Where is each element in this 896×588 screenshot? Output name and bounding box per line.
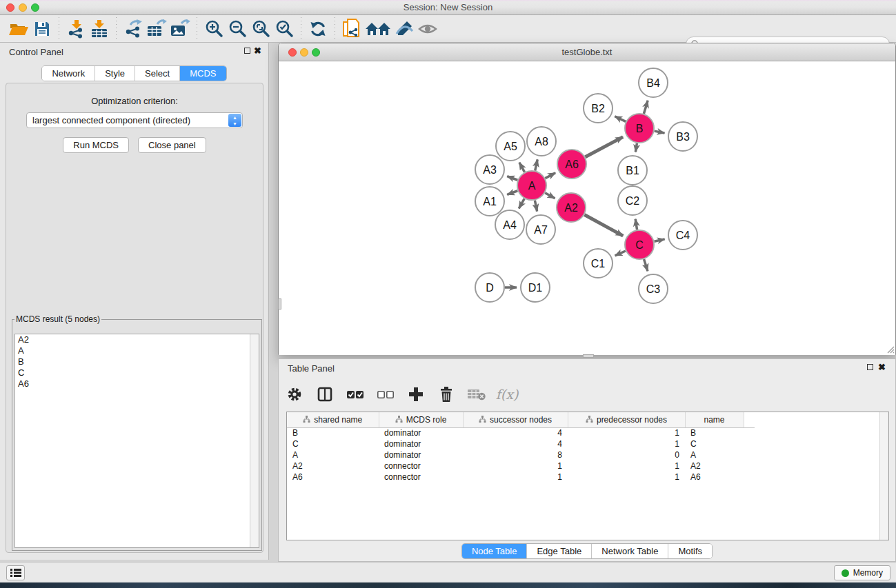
hide-graphics-details-button[interactable] [392, 18, 416, 40]
graph-edge-A-A1[interactable] [507, 191, 517, 195]
graph-edge-C-C3[interactable] [644, 259, 648, 271]
graph-edge-A-A6[interactable] [545, 173, 555, 179]
column-header-MCDS-role[interactable]: MCDS role [379, 412, 463, 427]
table-cell[interactable]: C [287, 438, 379, 449]
table-cell[interactable]: dominator [379, 438, 463, 449]
table-cell[interactable]: A6 [685, 472, 744, 483]
memory-button[interactable]: Memory [834, 565, 890, 580]
graph-edge-A6-B[interactable] [585, 137, 623, 157]
table-row[interactable]: A6connector11A6 [287, 472, 755, 483]
open-home-pages-button[interactable] [364, 18, 392, 40]
column-header-predecessor-nodes[interactable]: predecessor nodes [568, 412, 685, 427]
table-cell[interactable]: 1 [463, 472, 568, 483]
float-panel-icon[interactable] [244, 48, 250, 54]
horizontal-splitter-handle[interactable] [583, 354, 594, 358]
create-column-button[interactable] [406, 384, 426, 405]
table-cell[interactable]: 0 [568, 449, 685, 460]
zoom-out-button[interactable] [226, 18, 249, 40]
graph-edge-A-A4[interactable] [519, 199, 524, 208]
delete-columns-button[interactable] [436, 384, 457, 405]
table-cell[interactable]: C [685, 438, 744, 449]
delete-table-button[interactable] [466, 384, 487, 405]
new-network-from-selection-button[interactable] [340, 18, 364, 40]
close-table-panel-icon[interactable]: ✖ [878, 362, 886, 372]
tab-network-table[interactable]: Network Table [592, 544, 668, 558]
table-cell[interactable]: B [685, 427, 744, 438]
export-image-button[interactable] [168, 18, 192, 40]
open-session-button[interactable] [7, 18, 30, 40]
tab-select[interactable]: Select [135, 66, 180, 81]
select-all-button[interactable] [345, 384, 366, 405]
function-builder-button[interactable]: f(x) [497, 384, 517, 405]
table-cell[interactable]: A [685, 449, 744, 460]
graph-edge-B-B4[interactable] [644, 101, 648, 114]
graph-edge-A-A7[interactable] [535, 201, 537, 212]
save-session-button[interactable] [30, 18, 54, 40]
table-cell[interactable]: connector [379, 460, 463, 472]
column-header-name[interactable]: name [685, 412, 744, 427]
table-cell[interactable]: 1 [568, 427, 685, 438]
table-cell[interactable]: B [287, 427, 379, 438]
apply-layout-button[interactable] [306, 18, 330, 40]
criterion-select[interactable]: largest connected component (directed) ▲… [26, 112, 243, 128]
table-options-button[interactable] [284, 384, 305, 405]
export-network-button[interactable] [121, 18, 145, 40]
graph-edge-B-B2[interactable] [615, 116, 626, 122]
deselect-all-button[interactable] [375, 384, 396, 405]
task-history-button[interactable] [6, 565, 25, 580]
splitter-handle[interactable] [278, 298, 281, 310]
graph-edge-A-A5[interactable] [519, 163, 525, 172]
table-row[interactable]: A2connector11A2 [287, 460, 755, 472]
graph-edge-C-C2[interactable] [635, 219, 637, 230]
import-network-button[interactable] [64, 18, 88, 40]
column-header-successor-nodes[interactable]: successor nodes [463, 412, 568, 427]
mcds-result-item[interactable]: B [15, 356, 259, 367]
close-panel-button[interactable]: Close panel [138, 137, 206, 153]
table-cell[interactable]: dominator [379, 427, 463, 438]
run-mcds-button[interactable]: Run MCDS [63, 137, 129, 153]
resize-grip-icon[interactable] [885, 344, 895, 354]
table-scrollbar[interactable] [879, 412, 888, 540]
table-cell[interactable]: 1 [463, 460, 568, 472]
graph-edge-A-A3[interactable] [507, 176, 517, 181]
graph-edge-B-B1[interactable] [635, 143, 637, 152]
show-columns-button[interactable] [315, 384, 335, 405]
table-cell[interactable]: 1 [568, 472, 685, 483]
column-header-shared-name[interactable]: shared name [287, 412, 379, 427]
tab-network[interactable]: Network [42, 66, 95, 81]
table-cell[interactable]: 4 [463, 438, 568, 449]
result-scrollbar[interactable] [250, 334, 259, 547]
zoom-fit-button[interactable] [249, 18, 272, 40]
table-cell[interactable]: connector [379, 472, 463, 483]
table-row[interactable]: Adominator80A [287, 449, 755, 460]
mcds-result-item[interactable]: C [15, 367, 259, 378]
graph-edge-C-C4[interactable] [654, 239, 664, 241]
tab-edge-table[interactable]: Edge Table [527, 544, 592, 558]
graph-edge-A-A2[interactable] [545, 193, 555, 199]
mcds-result-item[interactable]: A6 [15, 378, 259, 389]
graph-edge-B-B3[interactable] [655, 131, 665, 133]
table-cell[interactable]: A [287, 449, 379, 460]
import-table-button[interactable] [88, 18, 111, 40]
network-canvas[interactable]: AA1A2A3A4A5A6A7A8BB1B2B3B4CC1C2C3C4DD1 [279, 61, 895, 355]
mcds-result-item[interactable]: A2 [15, 334, 259, 345]
show-hide-toggle-button[interactable] [416, 18, 439, 40]
graph-edge-A-A8[interactable] [535, 159, 538, 170]
float-table-panel-icon[interactable] [867, 364, 873, 370]
tab-motifs[interactable]: Motifs [668, 544, 712, 558]
table-cell[interactable]: 4 [463, 427, 568, 438]
tab-node-table[interactable]: Node Table [462, 544, 528, 558]
table-cell[interactable]: A2 [287, 460, 379, 472]
graph-edge-C-C1[interactable] [615, 251, 626, 256]
export-table-button[interactable] [145, 18, 168, 40]
table-cell[interactable]: 1 [568, 460, 685, 472]
mcds-result-item[interactable]: A [15, 345, 259, 356]
table-cell[interactable]: 8 [463, 449, 568, 460]
table-cell[interactable]: A2 [685, 460, 744, 472]
node-table[interactable]: shared nameMCDS rolesuccessor nodesprede… [286, 412, 889, 540]
table-row[interactable]: Cdominator41C [287, 438, 755, 449]
graph-edge-A2-C[interactable] [584, 215, 623, 236]
table-cell[interactable]: dominator [379, 449, 463, 460]
tab-mcds[interactable]: MCDS [180, 66, 226, 81]
table-row[interactable]: Bdominator41B [287, 427, 755, 438]
